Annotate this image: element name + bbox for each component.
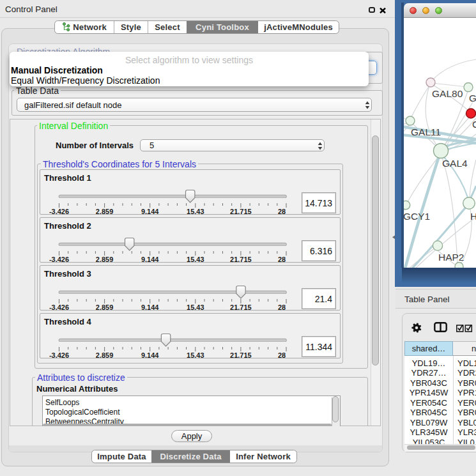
svg-text:21.715: 21.715: [230, 208, 252, 215]
svg-text:9.144: 9.144: [141, 351, 159, 359]
svg-text:GAL4: GAL4: [442, 158, 468, 169]
svg-text:-3.426: -3.426: [49, 208, 69, 215]
svg-text:2.859: 2.859: [96, 256, 114, 263]
svg-text:28: 28: [278, 351, 286, 359]
svg-text:GCY1: GCY1: [404, 211, 430, 222]
svg-text:H: H: [470, 211, 476, 222]
svg-text:21.715: 21.715: [230, 256, 252, 263]
svg-text:9.144: 9.144: [141, 303, 159, 311]
svg-text:28: 28: [278, 303, 286, 311]
svg-text:2.859: 2.859: [96, 208, 114, 215]
svg-text:9.144: 9.144: [141, 208, 159, 215]
svg-text:-3.426: -3.426: [49, 303, 69, 311]
svg-text:15.43: 15.43: [187, 303, 204, 311]
svg-text:GAL11: GAL11: [411, 127, 441, 137]
svg-text:-3.426: -3.426: [49, 351, 69, 359]
svg-text:2.859: 2.859: [96, 303, 114, 311]
svg-text:C: C: [472, 119, 476, 130]
svg-text:GAL80: GAL80: [432, 88, 463, 99]
svg-text:21.715: 21.715: [230, 303, 252, 311]
svg-text:HAP2: HAP2: [438, 252, 464, 263]
svg-text:GA: GA: [469, 93, 476, 104]
svg-text:-3.426: -3.426: [49, 256, 69, 263]
svg-text:15.43: 15.43: [187, 208, 204, 215]
svg-text:28: 28: [278, 208, 286, 215]
svg-text:2.859: 2.859: [96, 351, 114, 359]
svg-text:21.715: 21.715: [230, 351, 252, 359]
svg-text:15.43: 15.43: [187, 351, 204, 359]
svg-text:28: 28: [278, 256, 286, 263]
svg-text:9.144: 9.144: [141, 256, 159, 263]
svg-text:15.43: 15.43: [187, 256, 204, 263]
